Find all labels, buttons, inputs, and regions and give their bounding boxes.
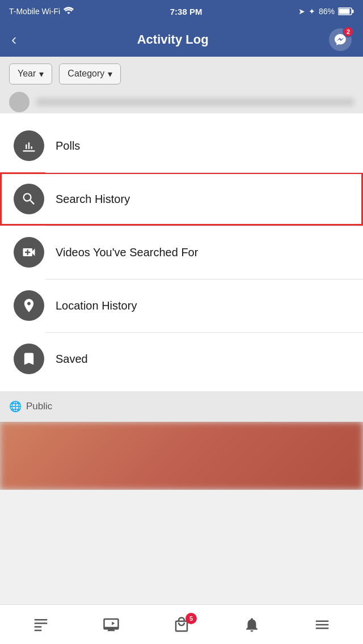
status-right: ➤ ✦ 86% <box>298 7 354 16</box>
blurred-post-image <box>0 422 363 490</box>
location-icon <box>21 298 37 313</box>
svg-rect-1 <box>352 10 354 13</box>
polls-label: Polls <box>56 139 80 152</box>
tab-notifications[interactable] <box>234 612 269 638</box>
status-bar: T-Mobile Wi-Fi 7:38 PM ➤ ✦ 86% <box>0 0 363 23</box>
battery-label: 86% <box>319 7 335 16</box>
bluetooth-icon: ✦ <box>309 7 315 16</box>
blurred-post <box>0 422 363 490</box>
blurred-name <box>36 98 354 106</box>
tab-menu[interactable] <box>305 612 340 638</box>
search-history-menu-item[interactable]: Search History <box>0 172 363 226</box>
menu-icon <box>314 616 331 633</box>
location-history-icon-circle <box>14 290 44 321</box>
location-history-label: Location History <box>56 299 137 312</box>
search-history-icon-circle <box>14 184 44 214</box>
public-label: Public <box>26 401 52 412</box>
status-left: T-Mobile Wi-Fi <box>9 7 74 16</box>
saved-label: Saved <box>56 353 88 366</box>
year-filter-button[interactable]: Year ▾ <box>9 63 52 84</box>
tab-bar: 5 <box>0 604 363 644</box>
globe-icon: 🌐 <box>9 400 22 413</box>
year-chevron-icon: ▾ <box>39 69 44 79</box>
videos-searched-menu-item[interactable]: Videos You've Searched For <box>0 226 363 279</box>
year-filter-label: Year <box>18 69 36 79</box>
saved-icon-circle <box>14 344 44 374</box>
tab-news-feed[interactable] <box>23 612 58 638</box>
carrier-label: T-Mobile Wi-Fi <box>9 7 60 16</box>
category-filter-button[interactable]: Category ▾ <box>59 63 121 84</box>
category-filter-label: Category <box>67 69 104 79</box>
filter-bar: Year ▾ Category ▾ <box>0 57 363 91</box>
messenger-badge: 2 <box>343 26 354 37</box>
back-button[interactable]: ‹ <box>11 31 16 49</box>
svg-rect-2 <box>339 9 350 14</box>
polls-menu-item[interactable]: Polls <box>0 119 363 172</box>
battery-icon <box>338 7 354 15</box>
search-icon <box>21 191 37 207</box>
nav-bar: ‹ Activity Log 2 <box>0 23 363 57</box>
video-search-icon <box>21 244 37 260</box>
saved-menu-item[interactable]: Saved <box>0 332 363 385</box>
location-arrow-icon: ➤ <box>298 7 305 16</box>
wifi-icon <box>64 7 74 16</box>
saved-icon <box>21 351 37 367</box>
videos-searched-label: Videos You've Searched For <box>56 246 198 259</box>
location-history-menu-item[interactable]: Location History <box>0 279 363 332</box>
watch-icon <box>103 616 120 633</box>
search-history-label: Search History <box>56 193 130 206</box>
marketplace-badge: 5 <box>185 613 197 624</box>
tab-marketplace[interactable]: 5 <box>164 612 199 638</box>
messenger-button[interactable]: 2 <box>329 28 352 51</box>
blurred-top-strip <box>0 91 363 113</box>
notifications-icon <box>243 616 260 633</box>
tab-watch[interactable] <box>94 612 129 638</box>
status-time: 7:38 PM <box>170 7 202 16</box>
video-search-icon-circle <box>14 237 44 268</box>
polls-icon <box>21 138 37 154</box>
dropdown-menu: Polls Search History Videos You've Searc… <box>0 113 363 391</box>
page-title: Activity Log <box>137 32 209 47</box>
avatar <box>9 92 29 112</box>
polls-icon-circle <box>14 130 44 161</box>
news-feed-icon <box>32 616 49 633</box>
category-chevron-icon: ▾ <box>108 69 112 79</box>
bottom-public-bar: 🌐 Public <box>0 391 363 422</box>
